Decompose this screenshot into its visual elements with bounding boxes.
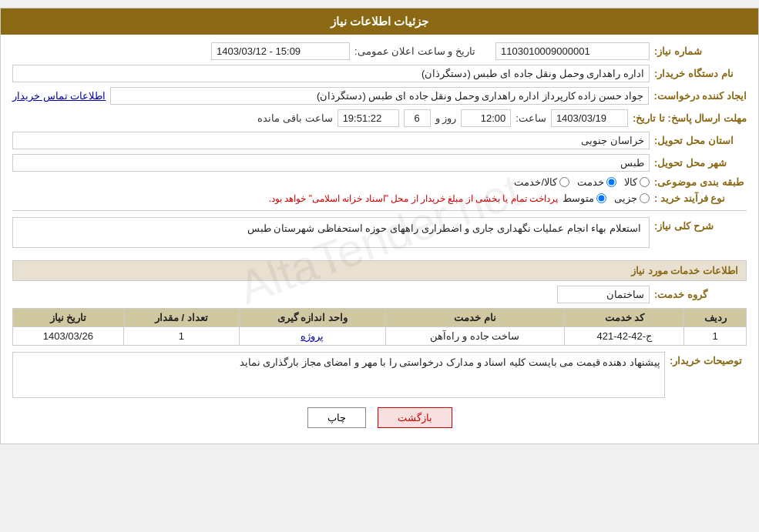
noe-mottaset-label: متوسط xyxy=(563,192,594,204)
mohlat-baqi: 19:51:22 xyxy=(338,109,399,127)
page-header: جزئیات اطلاعات نیاز xyxy=(1,8,758,35)
col-tedad: تعداد / مقدار xyxy=(123,309,239,327)
mohlat-row: مهلت ارسال پاسخ: تا تاریخ: 1403/03/19 سا… xyxy=(12,109,747,127)
tabagheh-radio-khadmat[interactable] xyxy=(606,177,616,187)
col-radif: ردیف xyxy=(684,309,747,327)
mohlat-rooz: 6 xyxy=(404,109,431,127)
goroh-label: گروه خدمت: xyxy=(654,289,747,300)
tabagheh-row: طبقه بندی موضوعی: کالا خدمت کالا/خدمت xyxy=(12,176,747,188)
cell-radif: 1 xyxy=(684,327,747,346)
cell-kod: ج-42-42-421 xyxy=(565,327,684,346)
tabagheh-radio-kala-khadmat[interactable] xyxy=(559,177,569,187)
content-area: AltaTender.net شماره نیاز: 1103010009000… xyxy=(1,35,758,443)
noe-row: نوع فرآیند خرید : جزیی متوسط پرداخت تمام… xyxy=(12,192,747,204)
sharh-label: شرح کلی نیاز: xyxy=(654,220,747,232)
page-title: جزئیات اطلاعات نیاز xyxy=(331,15,428,28)
col-vahed: واحد اندازه گیری xyxy=(240,309,386,327)
noe-option-jozi: جزیی xyxy=(614,192,650,204)
mohlat-baqi-label: ساعت باقی مانده xyxy=(257,112,332,124)
table-row: 1 ج-42-42-421 ساخت جاده و راه‌آهن پروژه … xyxy=(13,327,747,346)
tabagheh-kala-label: کالا xyxy=(624,176,637,188)
button-row: بازگشت چاپ xyxy=(12,407,747,428)
page-wrapper: جزئیات اطلاعات نیاز AltaTender.net شماره… xyxy=(0,8,759,444)
tabagheh-options: کالا خدمت کالا/خدمت xyxy=(514,176,650,188)
cell-vahed: پروژه xyxy=(240,327,386,346)
nam-dastgah-label: نام دستگاه خریدار: xyxy=(654,68,747,79)
noe-radio-jozi[interactable] xyxy=(640,193,650,203)
noe-jozi-label: جزیی xyxy=(614,192,637,204)
ostan-value: خراسان جنوبی xyxy=(12,132,650,149)
noe-note: پرداخت تمام یا بخشی از مبلغ خریدار از مح… xyxy=(269,193,558,204)
tabagheh-option-kala-khadmat: کالا/خدمت xyxy=(514,176,569,188)
mohlat-rooz-label: روز و xyxy=(435,112,457,124)
ijad-value: جواد حسن زاده کارپرداز اداره راهداری وحم… xyxy=(110,87,649,105)
khadamat-section-header: اطلاعات خدمات مورد نیاز xyxy=(12,260,747,281)
tabagheh-option-khadmat: خدمت xyxy=(577,176,616,188)
tabagheh-radio-kala[interactable] xyxy=(640,177,650,187)
cell-nam: ساخت جاده و راه‌آهن xyxy=(385,327,565,346)
col-tarikh: تاریخ نیاز xyxy=(13,309,124,327)
noe-radio-mottaset[interactable] xyxy=(596,193,606,203)
print-button[interactable]: چاپ xyxy=(307,407,366,428)
back-button[interactable]: بازگشت xyxy=(378,407,452,428)
noe-options: جزیی متوسط xyxy=(563,192,650,204)
services-table: ردیف کد خدمت نام خدمت واحد اندازه گیری ت… xyxy=(12,308,747,346)
mohlat-date: 1403/03/19 xyxy=(551,109,628,127)
tabagheh-option-kala: کالا xyxy=(624,176,650,188)
sharh-value: استعلام بهاء انجام عملیات نگهداری جاری و… xyxy=(12,217,650,248)
toseih-value: پیشنهاد دهنده قیمت می بایست کلیه اسناد و… xyxy=(12,352,665,398)
toseih-label: توصیحات خریدار: xyxy=(670,355,747,366)
toseih-row: توصیحات خریدار: پیشنهاد دهنده قیمت می با… xyxy=(12,352,747,398)
etela-tamas-link[interactable]: اطلاعات تماس خریدار xyxy=(12,90,106,102)
goroh-value: ساختمان xyxy=(557,286,650,303)
sharh-row: شرح کلی نیاز: استعلام بهاء انجام عملیات … xyxy=(12,217,747,253)
tabagheh-khadmat-label: خدمت xyxy=(577,176,604,188)
col-nam: نام خدمت xyxy=(385,309,565,327)
shomara-niaz-value: 1103010009000001 xyxy=(495,42,650,60)
mohlat-label: مهلت ارسال پاسخ: تا تاریخ: xyxy=(633,112,747,124)
goroh-row: گروه خدمت: ساختمان xyxy=(12,286,747,303)
noe-option-mottaset: متوسط xyxy=(563,192,606,204)
ostan-row: استان محل تحویل: خراسان جنوبی xyxy=(12,132,747,149)
ijad-label: ایجاد کننده درخواست: xyxy=(653,90,747,102)
ostan-label: استان محل تحویل: xyxy=(654,135,747,146)
nam-dastgah-value: اداره راهداری وحمل ونقل جاده ای طبس (دست… xyxy=(12,65,650,82)
tarikh-label: تاریخ و ساعت اعلان عمومی: xyxy=(354,45,475,57)
nam-dastgah-row: نام دستگاه خریدار: اداره راهداری وحمل ون… xyxy=(12,65,747,82)
mohlat-saat-label: ساعت: xyxy=(516,112,546,124)
noe-label: نوع فرآیند خرید : xyxy=(654,192,747,204)
cell-tarikh: 1403/03/26 xyxy=(13,327,124,346)
tabagheh-kala-khadmat-label: کالا/خدمت xyxy=(514,176,557,188)
ijad-row: ایجاد کننده درخواست: جواد حسن زاده کارپر… xyxy=(12,87,747,105)
cell-tedad: 1 xyxy=(123,327,239,346)
shomara-niaz-label: شماره نیاز: xyxy=(654,45,747,57)
col-kod: کد خدمت xyxy=(565,309,684,327)
tarikh-value: 1403/03/12 - 15:09 xyxy=(211,42,350,60)
shahr-row: شهر محل تحویل: طبس xyxy=(12,154,747,172)
tabagheh-label: طبقه بندی موضوعی: xyxy=(654,176,747,188)
shahr-label: شهر محل تحویل: xyxy=(654,157,747,169)
shahr-value: طبس xyxy=(12,154,650,172)
mohlat-saat: 12:00 xyxy=(461,109,511,127)
shomara-tarikh-row: شماره نیاز: 1103010009000001 تاریخ و ساع… xyxy=(12,42,747,60)
